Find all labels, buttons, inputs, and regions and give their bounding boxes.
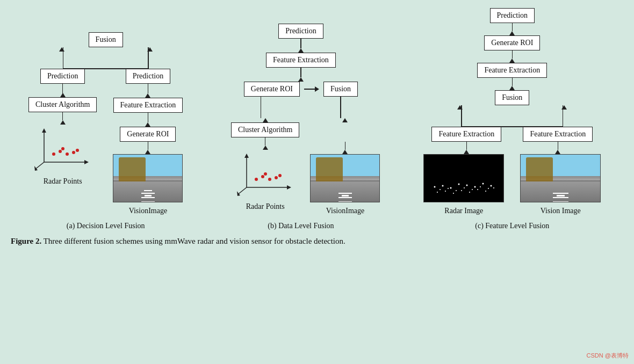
svg-point-43 (469, 192, 470, 193)
svg-point-33 (448, 188, 449, 189)
diagram-c-inner: Prediction Generate ROI Feature Extracti… (410, 8, 614, 215)
col-right-a: Prediction Feature Extraction Generate R… (113, 69, 183, 215)
label-radar-a: Radar Points (44, 177, 82, 186)
svg-point-11 (61, 147, 64, 150)
box-cluster-b: Cluster Algorithm (231, 122, 300, 137)
svg-point-8 (66, 152, 69, 156)
svg-marker-17 (237, 191, 240, 196)
merge-c (421, 105, 603, 127)
svg-point-20 (268, 178, 271, 181)
svg-point-9 (72, 151, 75, 154)
box-feature-b: Feature Extraction (266, 53, 336, 68)
svg-line-16 (239, 187, 247, 194)
arrow-a-radar (60, 112, 66, 125)
figure-label: Figure 2. (11, 237, 41, 245)
box-generate-roi-b: Generate ROI (244, 82, 300, 97)
label-radar-c: Radar Image (444, 207, 483, 215)
c-branch-boxes: Feature Extraction Feature Extraction (421, 127, 603, 142)
box-cluster-a: Cluster Algorithm (28, 97, 97, 112)
svg-point-31 (491, 185, 492, 187)
vision-image-b (310, 154, 380, 202)
svg-point-38 (488, 188, 489, 189)
svg-point-32 (440, 189, 441, 190)
svg-point-42 (461, 190, 462, 191)
svg-point-7 (59, 150, 62, 153)
svg-marker-3 (42, 128, 46, 133)
caption-c: (c) Feature Level Fusion (475, 222, 549, 230)
box-prediction-a-right: Prediction (126, 69, 171, 84)
box-fusion-b: Fusion (323, 82, 358, 97)
arrow-ar-2 (145, 113, 150, 127)
merge-arrows-a (41, 47, 170, 69)
box-prediction-c: Prediction (490, 8, 535, 23)
svg-point-44 (477, 189, 478, 190)
svg-point-37 (480, 186, 481, 187)
fusion-row-b: Generate ROI Fusion (244, 82, 358, 97)
svg-line-4 (36, 162, 44, 169)
diagram-a-cols: Prediction Cluster Algorithm (20, 69, 192, 215)
branch-b (231, 97, 371, 118)
svg-point-40 (445, 191, 446, 192)
svg-point-26 (450, 187, 452, 189)
svg-point-27 (458, 184, 460, 185)
svg-point-46 (493, 187, 494, 188)
svg-point-24 (434, 186, 436, 188)
h-arrow-b (304, 86, 319, 92)
caption-a: (a) Decision Level Fusion (67, 222, 145, 230)
box-generate-roi-c: Generate ROI (484, 35, 540, 50)
diagram-b: Prediction Feature Extraction Generate R… (220, 24, 381, 230)
svg-point-41 (453, 193, 454, 194)
box-feature-ext-c: Feature Extraction (477, 63, 547, 78)
svg-marker-13 (287, 185, 291, 190)
label-vision-c: Vision Image (541, 207, 581, 215)
svg-point-10 (76, 149, 79, 152)
svg-point-19 (261, 175, 264, 178)
svg-marker-15 (244, 154, 249, 158)
box-feature-a: Feature Extraction (113, 98, 183, 113)
col-b-right: VisionImage (310, 118, 380, 215)
c-arrows-down (421, 142, 603, 154)
box-feature-c-right: Feature Extraction (523, 127, 593, 142)
figure-caption: Figure 2. Three different fusion schemes… (11, 237, 623, 246)
svg-marker-1 (84, 160, 89, 164)
diagram-b-inner: Prediction Feature Extraction Generate R… (220, 24, 381, 215)
vision-image-a (113, 154, 183, 202)
col-left-a: Prediction Cluster Algorithm (28, 69, 97, 215)
b-bottom-cols: Cluster Algorithm (231, 118, 371, 215)
svg-point-35 (464, 187, 465, 188)
svg-point-22 (278, 174, 282, 177)
svg-point-21 (275, 176, 278, 179)
diagram-a: Fusion (20, 32, 192, 230)
label-vision-a: VisionImage (129, 207, 167, 215)
svg-point-18 (255, 178, 258, 181)
caption-b: (b) Data Level Fusion (268, 222, 334, 230)
svg-point-30 (482, 183, 484, 185)
arrow-a-left-1 (60, 84, 66, 97)
svg-point-28 (466, 185, 468, 186)
radar-points-b (236, 150, 295, 198)
arrow-ar-1 (145, 84, 150, 98)
svg-point-29 (474, 186, 476, 188)
figure-text: Three different fusion schemes using mmW… (41, 237, 345, 245)
label-radar-b: Radar Points (246, 202, 285, 211)
box-fusion-c: Fusion (495, 90, 529, 105)
col-b-left: Cluster Algorithm (231, 118, 300, 215)
svg-point-25 (442, 185, 444, 187)
svg-point-36 (472, 189, 473, 190)
svg-marker-5 (34, 166, 38, 171)
svg-point-6 (52, 152, 55, 156)
box-feature-c-left: Feature Extraction (431, 127, 501, 142)
svg-point-34 (456, 190, 457, 191)
svg-point-39 (437, 192, 438, 193)
radar-points-a (33, 125, 92, 173)
box-fusion-a: Fusion (89, 32, 123, 47)
c-images: Radar Image Vision Image (421, 154, 603, 215)
diagrams-row: Fusion (5, 8, 629, 230)
svg-point-45 (485, 191, 486, 192)
box-prediction-b: Prediction (278, 24, 323, 39)
arrow-ar-3 (145, 142, 150, 154)
radar-image-c (423, 154, 504, 202)
vision-image-c (520, 154, 601, 202)
label-vision-b: VisionImage (326, 207, 364, 215)
box-prediction-a-left: Prediction (40, 69, 85, 84)
